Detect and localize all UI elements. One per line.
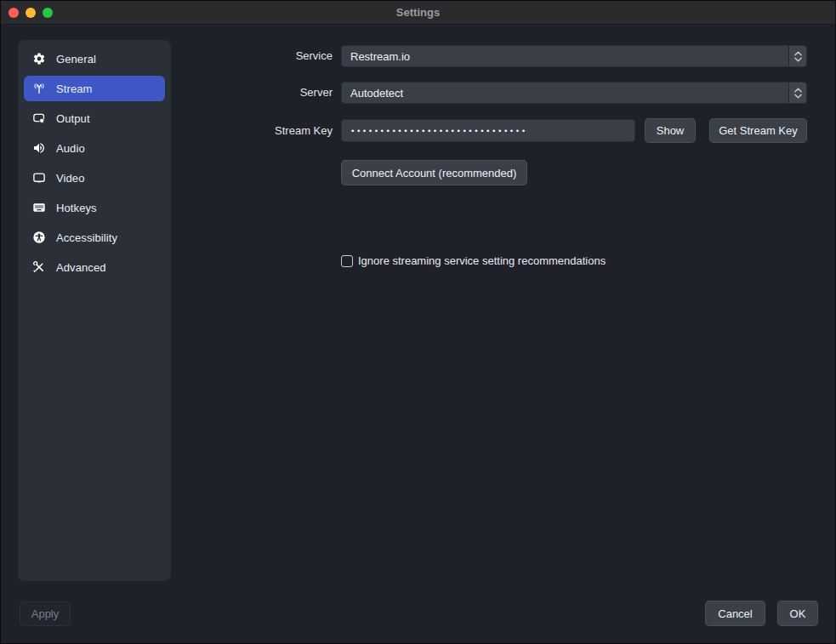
- settings-window: Settings General Stream: [0, 0, 836, 644]
- sidebar-item-label: Output: [56, 112, 90, 125]
- accessibility-icon: [31, 231, 46, 245]
- settings-sidebar: General Stream Output: [18, 40, 171, 581]
- server-value: Autodetect: [342, 87, 788, 100]
- close-button[interactable]: [9, 8, 19, 18]
- sidebar-item-stream[interactable]: Stream: [24, 76, 165, 101]
- dropdown-stepper-icon: [788, 46, 806, 66]
- ignore-recommendations-label: Ignore streaming service setting recomme…: [358, 254, 606, 267]
- sidebar-item-hotkeys[interactable]: Hotkeys: [24, 195, 165, 220]
- server-label: Server: [162, 82, 333, 104]
- sidebar-item-label: Audio: [56, 142, 85, 155]
- ok-button[interactable]: OK: [777, 601, 818, 626]
- sidebar-item-label: Stream: [56, 83, 93, 95]
- minimize-button[interactable]: [26, 8, 36, 18]
- monitor-icon: [31, 171, 46, 185]
- zoom-button[interactable]: [43, 8, 53, 18]
- get-stream-key-button[interactable]: Get Stream Key: [709, 118, 807, 143]
- broadcast-icon: [31, 82, 46, 96]
- sidebar-item-label: Accessibility: [56, 231, 117, 244]
- tools-icon: [31, 260, 46, 275]
- speaker-icon: [31, 141, 46, 156]
- gear-icon: [31, 52, 46, 66]
- sidebar-item-output[interactable]: Output: [24, 105, 165, 131]
- ignore-recommendations-row: Ignore streaming service setting recomme…: [341, 254, 606, 267]
- dropdown-stepper-icon: [788, 83, 806, 103]
- screen-record-icon: [31, 111, 46, 126]
- stream-key-input[interactable]: [341, 119, 635, 142]
- service-dropdown[interactable]: Restream.io: [341, 45, 807, 67]
- sidebar-item-label: General: [56, 53, 96, 66]
- sidebar-item-label: Advanced: [56, 261, 106, 274]
- service-label: Service: [162, 45, 333, 67]
- show-button[interactable]: Show: [645, 118, 696, 143]
- sidebar-item-label: Video: [56, 172, 85, 185]
- apply-button[interactable]: Apply: [20, 601, 71, 626]
- sidebar-item-label: Hotkeys: [56, 202, 97, 214]
- keyboard-icon: [31, 201, 46, 215]
- traffic-lights: [9, 8, 53, 18]
- sidebar-item-general[interactable]: General: [24, 46, 165, 71]
- sidebar-item-video[interactable]: Video: [24, 165, 165, 191]
- cancel-button[interactable]: Cancel: [705, 601, 765, 626]
- stream-key-label: Stream Key: [162, 119, 333, 142]
- connect-account-button[interactable]: Connect Account (recommended): [341, 160, 527, 185]
- sidebar-item-audio[interactable]: Audio: [24, 135, 165, 161]
- service-value: Restream.io: [342, 50, 788, 63]
- sidebar-item-advanced[interactable]: Advanced: [24, 254, 165, 280]
- ignore-recommendations-checkbox[interactable]: [341, 255, 353, 267]
- window-title: Settings: [396, 6, 440, 19]
- server-dropdown[interactable]: Autodetect: [341, 82, 807, 104]
- title-bar: Settings: [1, 1, 835, 25]
- sidebar-item-accessibility[interactable]: Accessibility: [24, 225, 165, 250]
